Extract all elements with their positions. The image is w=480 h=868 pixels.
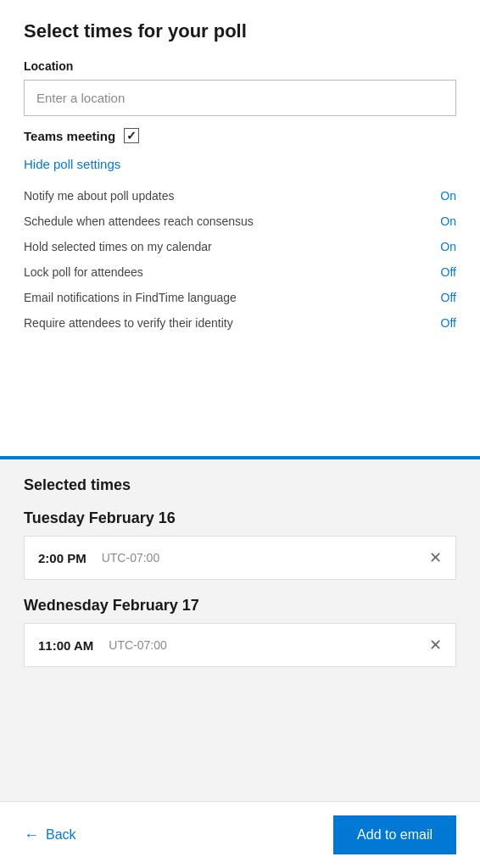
poll-setting-notify-value: On <box>433 189 456 203</box>
date-heading-tuesday: Tuesday February 16 <box>24 509 456 527</box>
teams-meeting-checkbox[interactable]: ✓ <box>124 128 139 143</box>
add-to-email-button[interactable]: Add to email <box>333 815 456 854</box>
time-slot-wednesday-1: 11:00 AM UTC-07:00 ✕ <box>24 623 456 667</box>
checkbox-check-icon: ✓ <box>126 129 137 142</box>
footer: ← Back Add to email <box>0 801 480 868</box>
back-button[interactable]: ← Back <box>24 826 76 844</box>
poll-setting-lock-label: Lock poll for attendees <box>24 265 143 279</box>
time-value-wednesday-1: 11:00 AM <box>38 638 93 653</box>
poll-setting-lock[interactable]: Lock poll for attendees Off <box>24 259 456 285</box>
poll-setting-email-notif-value: Off <box>433 291 456 304</box>
hide-poll-settings-toggle[interactable]: Hide poll settings <box>24 157 120 171</box>
poll-setting-schedule-label: Schedule when attendees reach consensus <box>24 214 254 228</box>
back-label: Back <box>46 827 76 843</box>
back-arrow-icon: ← <box>24 826 39 844</box>
location-input[interactable] <box>24 80 456 116</box>
remove-tuesday-1-button[interactable]: ✕ <box>429 548 442 567</box>
poll-setting-verify-label: Require attendees to verify their identi… <box>24 316 233 330</box>
time-value-tuesday-1: 2:00 PM <box>38 551 87 565</box>
date-heading-wednesday: Wednesday February 17 <box>24 597 456 615</box>
poll-settings-list: Notify me about poll updates On Schedule… <box>24 183 456 336</box>
selected-times-section: Selected times Tuesday February 16 2:00 … <box>0 459 480 801</box>
poll-setting-verify[interactable]: Require attendees to verify their identi… <box>24 310 456 336</box>
timezone-wednesday-1: UTC-07:00 <box>109 638 166 652</box>
poll-setting-hold-label: Hold selected times on my calendar <box>24 240 212 253</box>
poll-setting-notify[interactable]: Notify me about poll updates On <box>24 183 456 209</box>
poll-setting-email-notif-label: Email notifications in FindTime language <box>24 291 237 304</box>
selected-times-title: Selected times <box>24 476 456 494</box>
poll-setting-hold-value: On <box>433 240 456 253</box>
location-label: Location <box>24 59 456 73</box>
page-title: Select times for your poll <box>24 20 456 42</box>
teams-meeting-label: Teams meeting <box>24 129 115 143</box>
poll-setting-hold[interactable]: Hold selected times on my calendar On <box>24 234 456 259</box>
remove-wednesday-1-button[interactable]: ✕ <box>429 636 442 654</box>
time-slot-tuesday-1: 2:00 PM UTC-07:00 ✕ <box>24 536 456 580</box>
date-group-tuesday: Tuesday February 16 2:00 PM UTC-07:00 ✕ <box>24 509 456 580</box>
poll-setting-lock-value: Off <box>433 265 456 279</box>
date-group-wednesday: Wednesday February 17 11:00 AM UTC-07:00… <box>24 597 456 667</box>
poll-setting-notify-label: Notify me about poll updates <box>24 189 174 203</box>
poll-setting-schedule-value: On <box>433 214 456 228</box>
poll-setting-schedule[interactable]: Schedule when attendees reach consensus … <box>24 209 456 234</box>
poll-setting-verify-value: Off <box>433 316 456 330</box>
poll-setting-email-notif[interactable]: Email notifications in FindTime language… <box>24 285 456 310</box>
timezone-tuesday-1: UTC-07:00 <box>102 551 159 565</box>
